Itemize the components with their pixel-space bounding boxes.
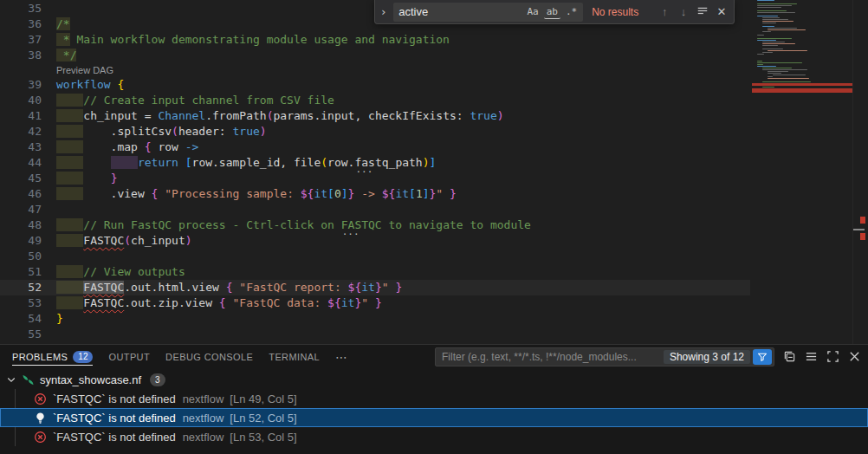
code-line-51[interactable]: 51 // View outputs	[0, 264, 750, 280]
minimap-line	[757, 7, 781, 8]
line-number: 51	[0, 264, 42, 280]
code-line-49[interactable]: 49 FASTQC(ch_input)	[0, 233, 750, 249]
code-line-42[interactable]: 42 .splitCsv(header: true)	[0, 124, 750, 139]
line-number: 44	[0, 155, 42, 171]
code-line-52[interactable]: 52 FASTQC.out.html.view { "FastQC report…	[0, 280, 750, 295]
problems-filter-box: Showing 3 of 12	[435, 347, 774, 366]
line-number: 47	[0, 202, 42, 217]
minimap-line	[762, 45, 778, 46]
more-actions-icon[interactable]: ⋯	[335, 350, 348, 364]
minimap-line	[757, 35, 764, 36]
code-text: FASTQC(ch_input)	[56, 233, 192, 249]
code-line-39[interactable]: 39workflow {	[0, 77, 750, 93]
error-icon	[34, 431, 47, 444]
line-number: 46	[0, 186, 42, 202]
problem-row[interactable]: `FASTQC` is not definednextflow[Ln 53, C…	[0, 427, 868, 446]
regex-icon[interactable]: .*	[563, 5, 580, 18]
code-line-54[interactable]: 54}	[0, 311, 750, 327]
find-widget: › Aa ab .* No results ↑ ↓ ✕	[374, 0, 735, 24]
minimap-error-line	[752, 88, 852, 93]
line-number: 45	[0, 171, 42, 186]
close-panel-icon[interactable]	[847, 350, 861, 364]
find-expand-chevron-icon[interactable]: ›	[379, 5, 388, 18]
code-line-45[interactable]: 45 }	[0, 171, 750, 186]
code-line-46[interactable]: 46 .view { "Processing sample: ${it[0]} …	[0, 186, 750, 202]
find-in-selection-icon[interactable]	[696, 4, 709, 19]
match-case-icon[interactable]: Aa	[524, 5, 541, 18]
problems-file-row[interactable]: syntax_showcase.nf3	[0, 370, 868, 389]
problem-location: [Ln 49, Col 5]	[230, 392, 296, 405]
line-number: 35	[0, 1, 42, 16]
line-number: 36	[0, 16, 42, 32]
code-line-43[interactable]: 43 .map { row ->	[0, 139, 750, 155]
line-number: 37	[0, 32, 42, 48]
code-text: */	[56, 48, 76, 63]
code-line-48[interactable]: 48 // Run FastQC process - Ctrl-click on…	[0, 217, 750, 233]
minimap-line	[757, 12, 795, 13]
lightbulb-icon	[34, 412, 47, 425]
code-line-53[interactable]: 53 FASTQC.out.zip.view { "FastQC data: $…	[0, 295, 750, 311]
previous-match-icon[interactable]: ↑	[657, 5, 671, 18]
code-text: workflow {	[56, 77, 124, 93]
code-text: /*	[56, 16, 70, 32]
code-line-44[interactable]: 44 return [row.sample_id, file(row.fastq…	[0, 155, 750, 171]
code-text: return [row.sample_id, file(row.fastq_pa…	[56, 155, 436, 171]
problems-filter-input[interactable]	[442, 351, 664, 363]
preview-dag-codelens[interactable]: Preview DAG	[56, 64, 113, 76]
minimap-line	[768, 50, 807, 51]
nextflow-file-icon	[22, 373, 35, 386]
line-number: 48	[0, 217, 42, 233]
find-results-status: No results	[592, 6, 652, 18]
line-number: 43	[0, 139, 42, 155]
code-line-41[interactable]: 41 ch_input = Channel.fromPath(params.in…	[0, 108, 750, 124]
code-text: .map { row ->	[56, 139, 198, 155]
panel-header: PROBLEMS12OUTPUTDEBUG CONSOLETERMINAL ⋯ …	[0, 345, 868, 368]
code-line-47[interactable]: 47	[0, 202, 750, 217]
find-input[interactable]	[398, 5, 521, 18]
code-text: // View outputs	[56, 264, 185, 280]
minimap-line	[762, 52, 773, 53]
minimap-line	[762, 31, 771, 32]
collapse-all-icon[interactable]	[782, 350, 796, 364]
code-text: .splitCsv(header: true)	[56, 124, 267, 139]
vscode-window: 3536/*37 * Main workflow demonstrating m…	[0, 0, 868, 454]
overview-ruler[interactable]	[852, 0, 868, 344]
code-text: ch_input = Channel.fromPath(params.input…	[56, 108, 504, 124]
problem-location: [Ln 52, Col 5]	[230, 412, 296, 425]
close-find-icon[interactable]: ✕	[715, 5, 729, 18]
problem-row[interactable]: `FASTQC` is not definednextflow[Ln 49, C…	[0, 389, 868, 408]
minimap[interactable]	[752, 0, 852, 344]
line-number: 55	[0, 327, 42, 342]
code-text: // Run FastQC process - Ctrl-click on FA…	[56, 217, 531, 233]
code-area[interactable]: 3536/*37 * Main workflow demonstrating m…	[0, 0, 750, 342]
problem-source: nextflow	[183, 392, 224, 405]
code-text: }	[56, 171, 117, 186]
line-number: 52	[0, 280, 42, 295]
filter-funnel-icon[interactable]	[753, 349, 772, 365]
minimap-line	[757, 0, 774, 1]
editor: 3536/*37 * Main workflow demonstrating m…	[0, 0, 868, 344]
code-line-55[interactable]: 55	[0, 327, 750, 342]
tab-output[interactable]: OUTPUT	[108, 345, 150, 368]
problem-row[interactable]: `FASTQC` is not definednextflow[Ln 52, C…	[0, 408, 868, 427]
minimap-line	[768, 29, 806, 30]
maximize-panel-icon[interactable]	[826, 350, 839, 364]
tab-debug-console[interactable]: DEBUG CONSOLE	[165, 345, 253, 368]
code-text: .view { "Processing sample: ${it[0]} -> …	[56, 186, 457, 202]
view-as-table-icon[interactable]	[804, 350, 818, 364]
code-text: }	[56, 311, 63, 327]
code-line-50[interactable]: 50	[0, 249, 750, 264]
problems-tree: syntax_showcase.nf3`FASTQC` is not defin…	[0, 370, 868, 446]
tab-terminal[interactable]: TERMINAL	[269, 345, 320, 368]
whole-word-icon[interactable]: ab	[544, 5, 560, 19]
code-line-40[interactable]: 40 // Create input channel from CSV file	[0, 93, 750, 108]
problem-source: nextflow	[183, 431, 224, 444]
minimap-line	[757, 62, 802, 63]
chevron-down-icon[interactable]	[6, 374, 16, 385]
line-number: 54	[0, 311, 42, 327]
code-line-38[interactable]: 38 */	[0, 48, 750, 63]
tab-problems[interactable]: PROBLEMS12	[12, 345, 93, 368]
code-text: FASTQC.out.zip.view { "FastQC data: ${it…	[56, 295, 382, 311]
code-line-37[interactable]: 37 * Main workflow demonstrating module …	[0, 32, 750, 48]
next-match-icon[interactable]: ↓	[677, 5, 690, 18]
